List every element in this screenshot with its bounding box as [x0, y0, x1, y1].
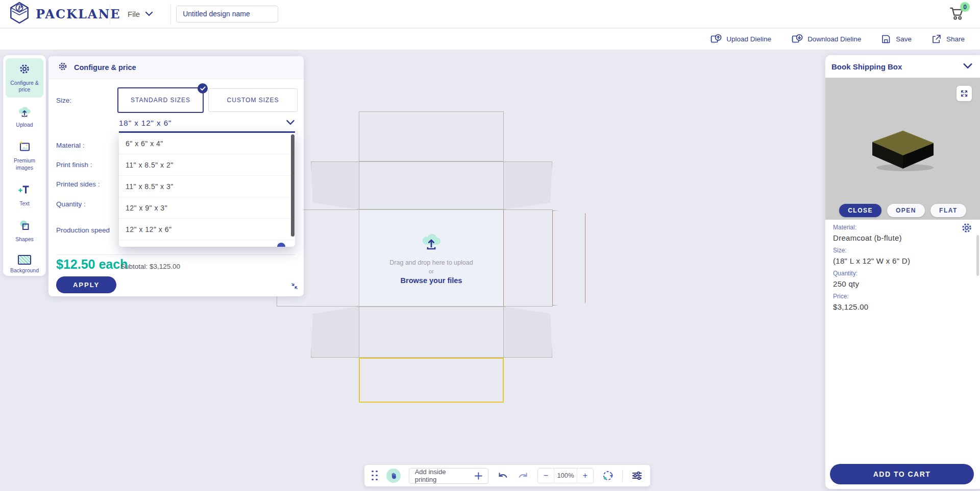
zoom-level: 100%	[554, 469, 577, 483]
custom-sizes-tab[interactable]: CUSTOM SIZES	[208, 88, 298, 112]
file-menu[interactable]: File	[110, 9, 170, 18]
preview-3d-stage[interactable]: CLOSE OPEN FLAT	[825, 78, 980, 220]
shapes-icon	[18, 219, 31, 233]
size-option-partial	[277, 243, 285, 247]
size-select[interactable]: 18" x 12" x 6"	[119, 116, 295, 129]
summary-label: Price:	[833, 293, 961, 300]
sidebar-item-background[interactable]: Background	[6, 250, 43, 278]
chevron-down-icon	[145, 9, 153, 18]
sidebar-item-premium-images[interactable]: Premium images	[6, 136, 43, 175]
summary-value: $3,125.00	[833, 302, 961, 311]
sidebar-item-upload[interactable]: Upload	[6, 101, 43, 133]
size-option[interactable]: 12" x 9" x 3"	[119, 197, 295, 219]
gear-icon	[18, 63, 31, 77]
product-preview-panel: Book Shipping Box	[825, 55, 980, 489]
zoom-in-button[interactable]: +	[577, 469, 593, 483]
view-open-button[interactable]: OPEN	[887, 204, 925, 217]
dieline-action-bar: Upload Dieline Download Dieline Save S	[0, 29, 980, 50]
topbar-divider	[170, 4, 171, 24]
zoom-controls: − 100% +	[537, 468, 594, 483]
panel-scrollbar[interactable]	[976, 235, 979, 276]
edit-configuration-gear-icon[interactable]	[961, 222, 973, 236]
dieline-panel-right-side[interactable]	[503, 209, 553, 307]
download-dieline-button[interactable]: Download Dieline	[791, 33, 861, 45]
sidebar-item-label: Shapes	[15, 236, 34, 243]
panel-divider	[56, 254, 295, 255]
size-option[interactable]: 11" x 8.5" x 3"	[119, 176, 295, 197]
canvas-settings-button[interactable]	[631, 470, 643, 481]
cloud-upload-icon	[420, 231, 443, 252]
summary-label: Size:	[833, 247, 961, 254]
sidebar-item-shapes[interactable]: Shapes	[6, 215, 43, 247]
printed-sides-label: Printed sides :	[56, 180, 100, 188]
chevron-down-icon[interactable]	[963, 62, 973, 71]
size-option[interactable]: 11" x 8.5" x 2"	[119, 154, 295, 176]
toolbar-drag-handle[interactable]	[372, 471, 378, 481]
check-badge-icon	[198, 83, 208, 93]
collapse-panel-icon[interactable]	[289, 281, 300, 293]
dieline-glue-flap[interactable]	[552, 211, 585, 306]
box-3d-render[interactable]	[867, 125, 939, 174]
gear-icon	[58, 61, 68, 74]
dieline-flap-bottom-left[interactable]	[311, 307, 359, 358]
dieline-panel-bottom[interactable]	[359, 307, 504, 358]
cart-button[interactable]: 0	[948, 4, 969, 25]
dieline-flap-bottom-right[interactable]	[503, 307, 552, 358]
upload-dropzone[interactable]: Drag and drop here to upload or Browse y…	[359, 209, 504, 307]
add-inside-printing-label: Add inside printing	[415, 468, 469, 483]
pan-hand-tool[interactable]	[386, 469, 401, 483]
add-inside-printing-button[interactable]: Add inside printing	[409, 468, 488, 484]
chevron-down-icon	[286, 118, 295, 127]
browse-files-link[interactable]: Browse your files	[401, 276, 462, 285]
canvas-toolbar: Add inside printing − 100% +	[364, 465, 650, 486]
standard-sizes-label: STANDARD SIZES	[131, 97, 190, 104]
zoom-out-button[interactable]: −	[538, 469, 554, 483]
size-dropdown-menu: 6" x 6" x 4" 11" x 8.5" x 2" 11" x 8.5" …	[119, 131, 295, 247]
download-dieline-label: Download Dieline	[807, 35, 861, 43]
dieline-panel-selected-bottom-lid[interactable]	[359, 358, 504, 403]
sidebar-item-text[interactable]: Text	[6, 179, 43, 212]
upload-dieline-icon	[709, 33, 722, 45]
unit-price: $12.50 each	[56, 257, 128, 272]
dieline-panel-top[interactable]	[359, 161, 504, 209]
download-dieline-icon	[791, 33, 803, 45]
size-option[interactable]: 6" x 6" x 4"	[119, 133, 295, 154]
dieline-flap-top-left[interactable]	[311, 161, 359, 209]
tools-sidebar: Configure & price Upload Pr	[3, 55, 46, 276]
product-title: Book Shipping Box	[831, 62, 902, 71]
upload-dieline-label: Upload Dieline	[726, 35, 771, 43]
summary-value: (18" L x 12" W x 6" D)	[833, 256, 961, 265]
custom-sizes-label: CUSTOM SIZES	[227, 97, 279, 104]
size-option[interactable]: 12" x 12" x 6"	[119, 219, 295, 240]
upload-dieline-button[interactable]: Upload Dieline	[709, 33, 771, 45]
design-name-input[interactable]	[176, 6, 278, 22]
print-finish-label: Print finish :	[56, 161, 92, 169]
expand-icon	[960, 89, 968, 98]
view-flat-button[interactable]: FLAT	[930, 204, 966, 217]
quantity-label: Quantity :	[56, 200, 86, 208]
apply-button[interactable]: APPLY	[56, 276, 116, 293]
standard-sizes-tab[interactable]: STANDARD SIZES	[117, 87, 204, 113]
hand-icon	[389, 472, 398, 480]
add-to-cart-button[interactable]: ADD TO CART	[830, 464, 974, 484]
preview-panel-header[interactable]: Book Shipping Box	[825, 55, 980, 78]
order-summary: Material: Dreamcoat (b-flute) Size: (18"…	[833, 224, 961, 316]
preview-view-buttons: CLOSE OPEN FLAT	[825, 204, 980, 217]
subtotal: Subtotal: $3,125.00	[120, 263, 180, 270]
brand-logo[interactable]: P PACKLANE	[0, 2, 110, 26]
sliders-icon	[631, 470, 643, 481]
reset-view-button[interactable]	[602, 470, 614, 482]
summary-label: Quantity:	[833, 270, 961, 277]
save-button[interactable]: Save	[880, 34, 912, 44]
undo-button[interactable]	[497, 470, 509, 481]
share-button[interactable]: Share	[931, 34, 965, 44]
save-label: Save	[896, 35, 912, 43]
background-icon	[18, 255, 31, 265]
view-close-button[interactable]: CLOSE	[839, 204, 881, 217]
redo-button[interactable]	[517, 470, 529, 481]
dieline-panel-top-lid[interactable]	[359, 111, 504, 161]
sidebar-item-configure-price[interactable]: Configure & price	[6, 58, 43, 98]
dropdown-scrollbar[interactable]	[291, 134, 295, 237]
fullscreen-expand-button[interactable]	[957, 86, 972, 101]
dieline-flap-top-right[interactable]	[503, 161, 552, 209]
